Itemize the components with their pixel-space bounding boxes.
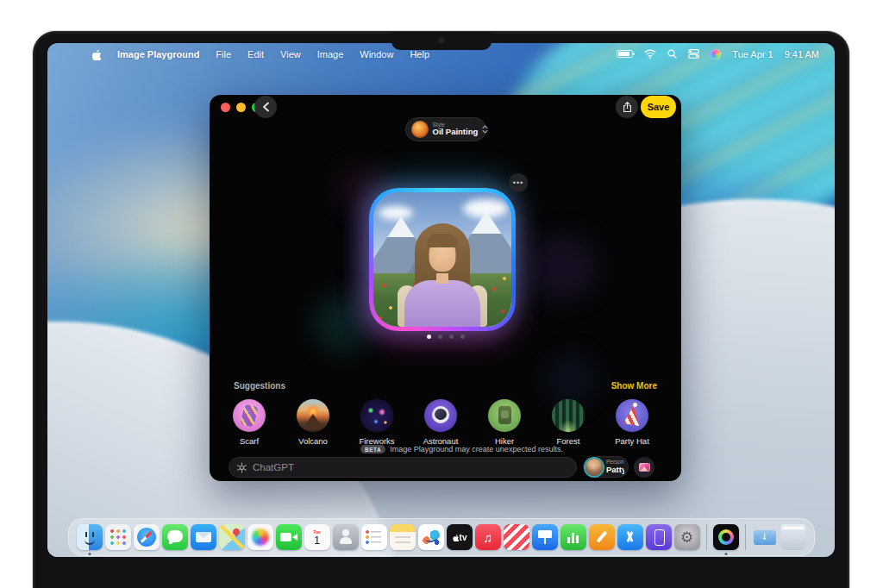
generated-image[interactable] bbox=[373, 192, 511, 327]
dock-contacts[interactable] bbox=[333, 524, 359, 550]
suggestions-row: Scarf Volcano Fireworks Astronaut bbox=[222, 399, 660, 446]
dock: Tue 1 tv ♫ bbox=[68, 518, 815, 556]
screen: Image Playground File Edit View Image Wi… bbox=[47, 43, 835, 557]
page-dot[interactable] bbox=[460, 335, 465, 339]
generated-image-frame bbox=[369, 188, 516, 331]
menubar-date[interactable]: Tue Apr 1 bbox=[732, 49, 773, 59]
suggestions-title: Suggestions bbox=[234, 381, 285, 391]
apple-intelligence-icon[interactable] bbox=[711, 49, 721, 59]
dock-maps[interactable] bbox=[219, 524, 245, 550]
menubar-time[interactable]: 9:41 AM bbox=[785, 49, 819, 59]
dock-system-settings[interactable]: ⚙ bbox=[674, 524, 700, 550]
suggestion-volcano[interactable]: Volcano bbox=[285, 399, 341, 446]
dock-image-playground[interactable] bbox=[713, 524, 739, 550]
apple-logo-icon[interactable] bbox=[91, 48, 101, 60]
more-options-button[interactable]: ••• bbox=[509, 173, 528, 192]
image-playground-window: Save Style Oil Painting bbox=[210, 95, 681, 481]
menu-file[interactable]: File bbox=[216, 49, 231, 59]
photo-picker-button[interactable] bbox=[634, 457, 654, 478]
dock-news[interactable] bbox=[504, 524, 529, 550]
person-chip-name: Patty bbox=[606, 466, 624, 474]
dock-pages[interactable] bbox=[589, 524, 615, 550]
dock-notes[interactable] bbox=[390, 524, 416, 550]
calendar-day: 1 bbox=[314, 535, 320, 546]
page-dot[interactable] bbox=[438, 335, 442, 339]
dock-freeform[interactable] bbox=[418, 524, 444, 550]
display-notch bbox=[391, 32, 492, 50]
show-more-button[interactable]: Show More bbox=[611, 381, 657, 391]
astronaut-thumbnail bbox=[424, 399, 457, 432]
chevron-up-down-icon bbox=[482, 125, 488, 134]
suggestion-scarf[interactable]: Scarf bbox=[222, 399, 277, 446]
menu-edit[interactable]: Edit bbox=[247, 49, 264, 59]
dock-reminders[interactable] bbox=[361, 524, 387, 550]
dock-music[interactable]: ♫ bbox=[475, 524, 501, 550]
photos-icon bbox=[639, 463, 650, 472]
spotlight-search-icon[interactable] bbox=[667, 49, 677, 59]
page-dots[interactable] bbox=[427, 335, 465, 339]
save-button[interactable]: Save bbox=[641, 96, 676, 118]
dock-calendar[interactable]: Tue 1 bbox=[304, 524, 330, 550]
beta-text: Image Playground may create unexpected r… bbox=[390, 445, 563, 454]
wifi-icon[interactable] bbox=[644, 49, 656, 59]
oil-painting-style-icon bbox=[411, 121, 429, 138]
menu-help[interactable]: Help bbox=[410, 49, 429, 59]
back-button[interactable] bbox=[254, 96, 277, 118]
dock-mail[interactable] bbox=[191, 524, 216, 550]
music-note-icon: ♫ bbox=[483, 531, 492, 544]
forest-thumbnail bbox=[552, 399, 585, 432]
menubar-app-name[interactable]: Image Playground bbox=[117, 49, 199, 59]
dock-photos[interactable] bbox=[247, 524, 273, 550]
dock-messages[interactable] bbox=[162, 524, 188, 550]
style-picker[interactable]: Style Oil Painting bbox=[405, 117, 486, 141]
image-cloud bbox=[379, 206, 413, 220]
fireworks-thumbnail bbox=[360, 399, 393, 432]
beta-disclaimer: BETA Image Playground may create unexpec… bbox=[210, 445, 681, 454]
dock-app-store[interactable] bbox=[617, 524, 643, 550]
page: Image Playground File Edit View Image Wi… bbox=[0, 0, 883, 588]
menu-window[interactable]: Window bbox=[360, 49, 393, 59]
bokeh-glow bbox=[313, 293, 373, 353]
dock-separator bbox=[706, 524, 707, 550]
style-picker-value: Oil Painting bbox=[433, 128, 479, 136]
prompt-input[interactable] bbox=[253, 462, 569, 472]
hiker-thumbnail bbox=[488, 399, 521, 432]
dock-finder[interactable] bbox=[77, 524, 103, 550]
image-person-fringe bbox=[427, 234, 458, 247]
menu-image[interactable]: Image bbox=[317, 49, 344, 59]
dock-facetime[interactable] bbox=[276, 524, 302, 550]
suggestion-fireworks[interactable]: Fireworks bbox=[349, 399, 404, 446]
person-avatar bbox=[586, 459, 603, 476]
dock-numbers[interactable] bbox=[560, 524, 586, 550]
dock-safari[interactable] bbox=[134, 524, 160, 550]
camera-icon bbox=[439, 38, 444, 43]
macbook-frame: Image Playground File Edit View Image Wi… bbox=[33, 31, 849, 588]
close-button[interactable] bbox=[221, 103, 230, 112]
share-button[interactable] bbox=[616, 96, 638, 118]
dock-keynote[interactable] bbox=[532, 524, 558, 550]
suggestion-hiker[interactable]: Hiker bbox=[477, 399, 532, 446]
suggestion-forest[interactable]: Forest bbox=[541, 399, 596, 446]
image-person-neck bbox=[436, 273, 448, 284]
control-center-icon[interactable] bbox=[688, 49, 699, 59]
dock-apple-tv[interactable]: tv bbox=[447, 524, 473, 550]
running-indicator bbox=[724, 553, 727, 555]
dock-launchpad[interactable] bbox=[105, 524, 131, 550]
battery-icon[interactable] bbox=[617, 50, 633, 58]
dock-trash[interactable] bbox=[780, 524, 806, 550]
suggestion-astronaut[interactable]: Astronaut bbox=[413, 399, 468, 446]
suggestion-party-hat[interactable]: Party Hat bbox=[604, 399, 660, 446]
dock-downloads[interactable] bbox=[752, 524, 778, 550]
bokeh-glow bbox=[546, 353, 598, 405]
party-hat-thumbnail bbox=[616, 399, 648, 432]
volcano-thumbnail bbox=[297, 399, 329, 432]
prompt-field[interactable] bbox=[229, 457, 577, 478]
dock-iphone-mirroring[interactable] bbox=[646, 524, 672, 550]
minimize-button[interactable] bbox=[236, 103, 246, 112]
page-dot-active[interactable] bbox=[427, 335, 431, 339]
menu-view[interactable]: View bbox=[280, 49, 301, 59]
page-dot[interactable] bbox=[449, 335, 454, 339]
person-chip[interactable]: Person Patty bbox=[583, 456, 629, 478]
chatgpt-icon bbox=[236, 462, 247, 473]
running-indicator bbox=[88, 553, 91, 555]
